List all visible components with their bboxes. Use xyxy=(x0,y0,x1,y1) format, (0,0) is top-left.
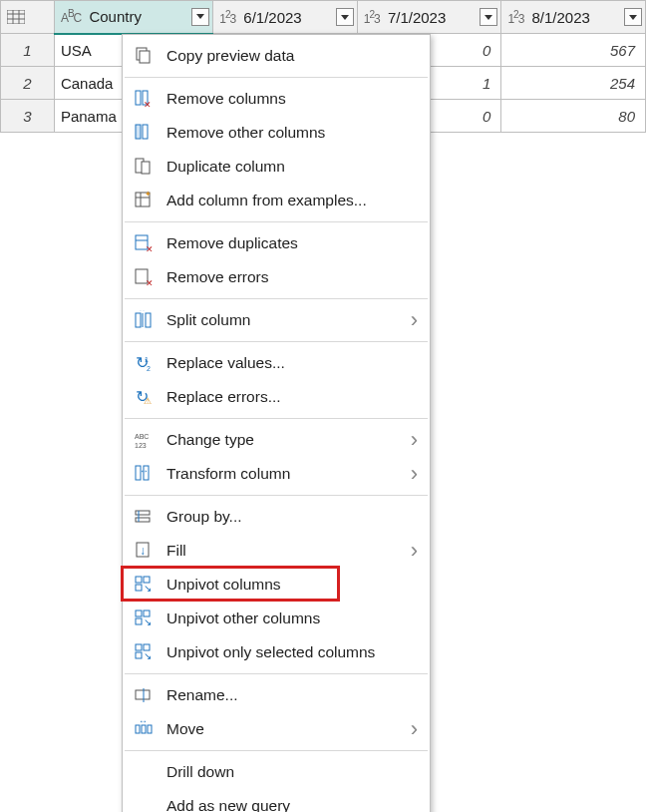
menu-item-replace-errors[interactable]: ↻⚠Replace errors... xyxy=(123,380,430,414)
menu-item-label: Remove other columns xyxy=(166,124,418,142)
menu-item-change-type[interactable]: ABC123Change type› xyxy=(123,423,430,457)
svg-text:1: 1 xyxy=(145,356,149,363)
menu-item-label: Move xyxy=(166,720,399,738)
svg-text:↔: ↔ xyxy=(138,310,147,314)
svg-rect-48 xyxy=(136,618,142,624)
svg-text:↘: ↘ xyxy=(144,583,152,594)
menu-item-add-column-from-examples[interactable]: ✦Add column from examples... xyxy=(123,184,430,217)
remove-columns-icon: ✕ xyxy=(134,89,154,109)
unpivot-other-columns-icon: ↘ xyxy=(134,609,154,628)
table-icon xyxy=(7,10,25,24)
svg-rect-24 xyxy=(146,313,151,327)
unpivot-selected-columns-icon: ↘ xyxy=(134,642,154,662)
menu-item-label: Remove columns xyxy=(166,90,418,108)
svg-rect-54 xyxy=(136,690,150,699)
menu-item-label: Unpivot columns xyxy=(166,576,418,594)
change-type-icon: ABC123 xyxy=(133,429,155,451)
menu-item-group-by[interactable]: Group by... xyxy=(123,500,430,534)
menu-item-remove-columns[interactable]: ✕Remove columns xyxy=(123,82,430,116)
svg-rect-44 xyxy=(136,585,142,591)
menu-item-remove-errors[interactable]: ✕Remove errors xyxy=(123,260,430,294)
chevron-right-icon: › xyxy=(411,461,418,487)
menu-item-label: Unpivot other columns xyxy=(166,609,418,627)
menu-separator xyxy=(125,418,428,419)
menu-item-label: Split column xyxy=(166,311,399,329)
copy-icon xyxy=(134,46,154,66)
menu-separator xyxy=(125,221,428,222)
blank-icon xyxy=(133,795,155,812)
svg-rect-52 xyxy=(136,652,142,658)
svg-rect-56 xyxy=(136,725,140,733)
chevron-right-icon: › xyxy=(411,716,418,742)
svg-rect-10 xyxy=(136,125,141,139)
menu-item-remove-duplicates[interactable]: ✕Remove duplicates xyxy=(123,226,430,260)
svg-rect-6 xyxy=(140,51,150,63)
type-text-icon: ABC xyxy=(61,11,81,25)
svg-rect-42 xyxy=(136,577,142,583)
column-label: 8/1/2023 xyxy=(532,9,590,26)
svg-text:↘: ↘ xyxy=(144,650,152,661)
menu-item-transform-column[interactable]: ↔Transform column› xyxy=(123,457,430,491)
remove-other-columns-icon xyxy=(134,123,154,143)
menu-item-unpivot-columns[interactable]: ↘Unpivot columns xyxy=(123,568,430,602)
svg-rect-50 xyxy=(136,644,142,650)
menu-item-label: Change type xyxy=(166,431,399,449)
menu-item-move[interactable]: ↔Move› xyxy=(123,712,430,746)
svg-text:ABC: ABC xyxy=(135,433,149,440)
column-context-menu: Copy preview data✕Remove columnsRemove o… xyxy=(122,34,431,812)
menu-item-split-column[interactable]: ↔Split column› xyxy=(123,303,430,337)
menu-item-duplicate-column[interactable]: Duplicate column xyxy=(123,150,430,184)
menu-item-remove-other-columns[interactable]: Remove other columns xyxy=(123,116,430,150)
menu-item-fill[interactable]: ↓Fill› xyxy=(123,534,430,568)
menu-separator xyxy=(125,673,428,674)
transform-column-icon: ↔ xyxy=(134,464,154,484)
duplicate-column-icon xyxy=(133,156,155,178)
cell-value[interactable]: 567 xyxy=(501,34,646,67)
column-filter-button[interactable] xyxy=(480,8,497,26)
menu-item-label: Replace errors... xyxy=(166,388,418,406)
remove-duplicates-icon: ✕ xyxy=(133,232,155,254)
menu-item-unpivot-other-columns[interactable]: ↘Unpivot other columns xyxy=(123,602,430,635)
svg-text:↘: ↘ xyxy=(144,616,152,627)
column-label: 7/1/2023 xyxy=(388,9,446,26)
select-all-corner[interactable] xyxy=(1,1,55,34)
svg-rect-11 xyxy=(143,125,148,139)
menu-item-label: Add as new query xyxy=(166,797,418,812)
transform-column-icon: ↔ xyxy=(133,463,155,485)
menu-item-unpivot-only-selected-columns[interactable]: ↘Unpivot only selected columns xyxy=(123,635,430,669)
menu-item-replace-values[interactable]: ↻12Replace values... xyxy=(123,346,430,380)
fill-icon: ↓ xyxy=(134,541,154,561)
chevron-right-icon: › xyxy=(411,427,418,453)
column-filter-button[interactable] xyxy=(191,8,209,26)
row-number: 2 xyxy=(1,67,55,100)
column-filter-button[interactable] xyxy=(336,8,354,26)
cell-value[interactable]: 80 xyxy=(501,100,646,133)
svg-text:123: 123 xyxy=(135,442,147,449)
split-column-icon: ↔ xyxy=(134,310,154,330)
column-header-country[interactable]: ABC Country xyxy=(54,1,212,34)
svg-rect-7 xyxy=(136,91,141,105)
column-header-8-1-2023[interactable]: 123 8/1/2023 xyxy=(501,1,646,34)
rename-icon xyxy=(133,684,155,706)
column-header-6-1-2023[interactable]: 123 6/1/2023 xyxy=(213,1,358,34)
svg-rect-23 xyxy=(136,313,141,327)
chevron-down-icon xyxy=(629,15,637,20)
svg-rect-46 xyxy=(136,610,142,616)
fill-icon: ↓ xyxy=(133,540,155,562)
menu-item-label: Remove duplicates xyxy=(166,234,418,252)
remove-other-columns-icon xyxy=(133,122,155,144)
column-label: Country xyxy=(89,8,142,25)
column-filter-button[interactable] xyxy=(624,8,642,26)
menu-item-rename[interactable]: Rename... xyxy=(123,678,430,712)
column-header-7-1-2023[interactable]: 123 7/1/2023 xyxy=(357,1,501,34)
svg-text:✦: ✦ xyxy=(145,191,152,199)
menu-item-copy-preview-data[interactable]: Copy preview data xyxy=(123,39,430,73)
cell-value[interactable]: 254 xyxy=(501,67,646,100)
menu-item-add-as-new-query[interactable]: Add as new query xyxy=(123,789,430,812)
svg-text:✕: ✕ xyxy=(144,100,152,109)
menu-item-label: Unpivot only selected columns xyxy=(166,643,418,661)
chevron-down-icon xyxy=(341,15,349,20)
menu-item-drill-down[interactable]: Drill down xyxy=(123,755,430,789)
svg-text:⚠: ⚠ xyxy=(144,396,152,406)
replace-errors-icon: ↻⚠ xyxy=(134,387,154,407)
